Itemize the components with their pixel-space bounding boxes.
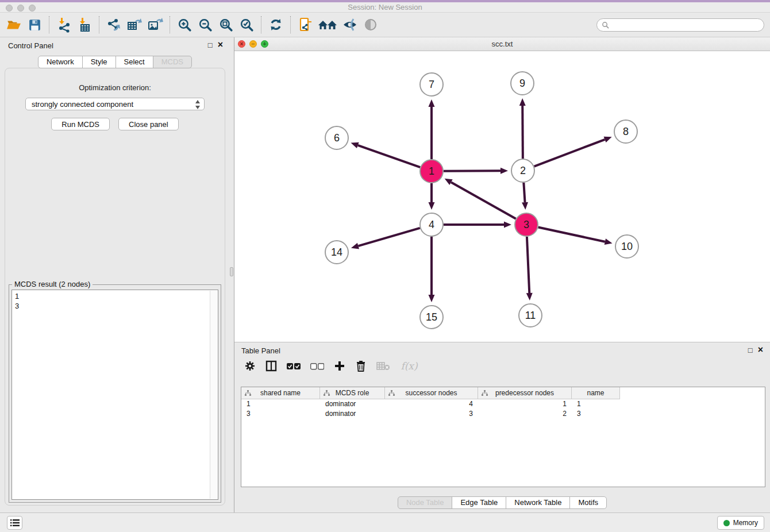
graph-edge-arrowhead (429, 99, 435, 107)
table-cell[interactable]: 3 (241, 409, 320, 419)
open-session-button[interactable] (3, 15, 24, 34)
export-table-button[interactable] (124, 15, 145, 34)
graph-edge-2-8[interactable] (534, 140, 605, 167)
table-cell[interactable]: 4 (385, 399, 478, 409)
network-close-button[interactable]: × (238, 40, 245, 48)
delete-table-button[interactable] (376, 360, 391, 372)
search-field[interactable] (596, 18, 764, 32)
graph-edge-3-10[interactable] (538, 227, 605, 241)
export-image-icon (147, 17, 163, 33)
graph-edge-1-2[interactable] (444, 171, 500, 171)
import-network-icon (56, 17, 72, 33)
table-row[interactable]: 1dominator411 (241, 399, 765, 409)
export-image-button[interactable] (145, 15, 165, 34)
column-header-MCDS-role[interactable]: MCDS role (320, 387, 385, 399)
tab-mcds[interactable]: MCDS (153, 56, 192, 68)
memory-button[interactable]: Memory (717, 516, 764, 530)
delete-column-button[interactable] (355, 360, 367, 372)
float-panel-icon[interactable]: □ (208, 41, 213, 49)
network-canvas[interactable]: 7968124314101511 (234, 51, 770, 342)
column-header-predecessor-nodes[interactable]: predecessor nodes (478, 387, 572, 399)
control-panel-header: Control Panel □ × (0, 37, 230, 55)
tab-style[interactable]: Style (82, 56, 116, 68)
plus-icon (334, 360, 345, 372)
network-view-window: × − + scc.txt 7968124314101511 (234, 37, 770, 342)
optimization-criterion-select[interactable]: strongly connected component (25, 98, 205, 110)
tab-edge-table[interactable]: Edge Table (452, 496, 506, 509)
minimize-window-button[interactable] (17, 5, 24, 11)
table-settings-button[interactable] (244, 360, 256, 372)
run-mcds-button[interactable]: Run MCDS (51, 118, 110, 130)
zoom-out-button[interactable] (195, 15, 215, 34)
table-cell[interactable]: 2 (478, 409, 572, 419)
table-cell[interactable]: dominator (320, 399, 385, 409)
status-bar: Memory (0, 512, 770, 532)
add-column-button[interactable] (333, 360, 346, 372)
graph-node-label: 7 (429, 79, 434, 90)
search-input[interactable] (611, 21, 759, 29)
tab-motifs[interactable]: Motifs (569, 496, 607, 509)
column-header-label: predecessor nodes (495, 389, 554, 397)
function-builder-button[interactable]: f(x) (399, 360, 419, 372)
network-minimize-button[interactable]: − (249, 40, 257, 48)
export-network-button[interactable] (103, 15, 124, 34)
search-icon (602, 21, 609, 29)
select-all-button[interactable] (286, 360, 301, 372)
zoom-selected-button[interactable] (236, 15, 257, 34)
graph-edge-3-11[interactable] (527, 237, 529, 293)
eye-button[interactable] (360, 15, 381, 34)
copy-network-button[interactable] (295, 15, 315, 34)
hide-panel-button[interactable] (340, 15, 360, 34)
zoom-fit-button[interactable] (215, 15, 236, 34)
tab-node-table[interactable]: Node Table (398, 496, 453, 509)
close-window-button[interactable] (6, 5, 13, 11)
table-cell[interactable]: 1 (478, 399, 572, 409)
close-panel-icon[interactable]: × (218, 40, 223, 49)
column-header-successor-nodes[interactable]: successor nodes (385, 387, 478, 399)
mcds-result-area[interactable]: 1 3 (11, 290, 218, 500)
column-header-shared-name[interactable]: shared name (241, 387, 320, 399)
graph-edge-2-9[interactable] (522, 106, 523, 159)
close-table-panel-icon[interactable]: × (758, 345, 763, 354)
network-maximize-button[interactable]: + (261, 40, 268, 48)
graph-edge-3-1[interactable] (451, 182, 516, 219)
trash-icon (356, 360, 366, 372)
result-scrollbar[interactable] (210, 291, 217, 499)
home-button[interactable] (315, 15, 340, 34)
attribute-tree-icon (482, 390, 488, 396)
export-table-icon (126, 17, 143, 33)
tab-network-table[interactable]: Network Table (506, 496, 570, 509)
table-row[interactable]: 3dominator323 (241, 409, 765, 419)
zoom-window-button[interactable] (29, 5, 36, 11)
column-header-label: successor nodes (405, 389, 457, 397)
import-table-button[interactable] (74, 15, 95, 34)
eye-icon (363, 17, 378, 32)
graph-edge-1-6[interactable] (358, 145, 420, 167)
save-session-button[interactable] (24, 15, 45, 34)
graph-edge-2-3[interactable] (523, 183, 525, 202)
table-cell[interactable]: dominator (320, 409, 385, 419)
window-controls (6, 5, 36, 11)
table-cell[interactable]: 3 (572, 409, 620, 419)
column-header-name[interactable]: name (572, 387, 620, 399)
float-table-panel-icon[interactable]: □ (748, 346, 753, 354)
toolbar-separator (290, 16, 291, 33)
graph-edge-4-14[interactable] (358, 228, 419, 246)
table-cell[interactable]: 1 (572, 399, 620, 409)
refresh-view-button[interactable] (265, 15, 286, 34)
table-cell[interactable]: 1 (241, 399, 320, 409)
tab-select[interactable]: Select (116, 56, 153, 68)
graph-edge-arrowhead (429, 295, 435, 302)
network-window-title: scc.txt (234, 37, 770, 51)
deselect-all-button[interactable] (310, 360, 325, 372)
main-toolbar (0, 13, 770, 37)
zoom-in-button[interactable] (174, 15, 195, 34)
show-columns-button[interactable] (265, 360, 278, 372)
task-history-button[interactable] (7, 516, 22, 530)
vertical-splitter[interactable] (230, 37, 234, 512)
tab-network[interactable]: Network (38, 56, 83, 68)
close-panel-button[interactable]: Close panel (118, 118, 179, 130)
import-network-button[interactable] (53, 15, 74, 34)
splitter-grip[interactable] (230, 267, 233, 276)
table-cell[interactable]: 3 (385, 409, 478, 419)
